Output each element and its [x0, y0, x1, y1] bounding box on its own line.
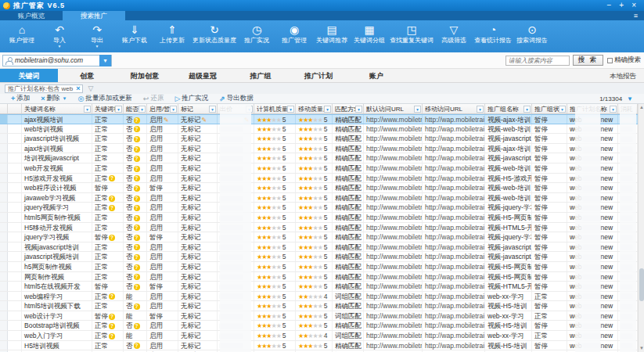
default-url-cell[interactable]: http://www.mobiletrai...	[364, 272, 423, 282]
keyword-name-cell[interactable]: 网页制作视频	[22, 272, 92, 282]
column-filter-dropdown-icon[interactable]: ▼	[209, 106, 216, 113]
exact-search-checkbox[interactable]	[607, 58, 613, 63]
question-icon[interactable]: ?	[134, 175, 140, 181]
table-row[interactable]: 视频javascript培训正常否?启用无标记★★★★★5★★★★★5精确匹配h…	[0, 242, 638, 253]
column-header-9[interactable]: 移动质量度▼	[296, 104, 333, 113]
table-row[interactable]: ajax培训视频正常否?启用无标记★★★★★5★★★★★5精确匹配http://…	[0, 144, 638, 154]
question-icon[interactable]: ?	[134, 323, 140, 329]
mark-cell[interactable]: 无标记	[178, 232, 218, 242]
column-header-12[interactable]: 移动访问URL▼	[423, 104, 485, 113]
table-row[interactable]: javascript视频培训正常否?启用无标记★★★★★5★★★★★5精确匹配h…	[0, 252, 638, 262]
column-filter-dropdown-icon[interactable]: ▼	[287, 106, 294, 113]
default-url-cell[interactable]: http://www.mobiletrai...	[364, 292, 423, 301]
row-select-cell[interactable]	[8, 301, 22, 311]
column-header-2[interactable]: 关键词名称▼	[22, 104, 92, 113]
action-2[interactable]: ◎批量添加或更新	[77, 94, 131, 103]
question-icon[interactable]: ?	[134, 343, 140, 349]
table-row[interactable]: h5网页制作视频正常否?启用无标记★★★★★5★★★★★5精确匹配http://…	[0, 262, 638, 272]
row-select-cell[interactable]	[8, 213, 22, 222]
enable-pause-cell[interactable]: 启用✎	[147, 115, 178, 124]
match-type-cell[interactable]: 精确匹配	[333, 144, 364, 153]
question-icon[interactable]: ?	[109, 333, 115, 339]
enable-pause-cell[interactable]: 启用	[147, 153, 178, 163]
action-4[interactable]: ▷推广实况	[174, 94, 208, 103]
mobile-url-cell[interactable]: http://wap.mobiletrai...	[423, 232, 485, 242]
enable-pause-cell[interactable]: 启用	[147, 341, 178, 350]
row-select-cell[interactable]	[8, 242, 22, 252]
sub-tab-6[interactable]: 账户	[347, 69, 405, 82]
close-button[interactable]: ×	[631, 0, 636, 11]
sub-tab-1[interactable]: 创意	[58, 69, 116, 82]
row-select-cell[interactable]	[8, 341, 22, 350]
column-header-4[interactable]: 能否展现▼	[124, 104, 147, 113]
clear-filter-icon[interactable]: ▽	[88, 84, 93, 92]
default-url-cell[interactable]: http://www.mobiletrai...	[364, 331, 423, 340]
row-select-cell[interactable]	[8, 223, 22, 232]
question-icon[interactable]: ?	[109, 196, 115, 202]
question-icon[interactable]: ?	[134, 166, 140, 172]
mark-cell[interactable]: 无标记	[178, 301, 218, 311]
enable-pause-cell[interactable]: 启用	[147, 134, 178, 143]
default-url-cell[interactable]: http://www.mobiletrai...	[364, 262, 423, 271]
edit-pencil-icon[interactable]: ✎	[164, 117, 169, 124]
column-header-10[interactable]: 匹配方式▼	[333, 104, 364, 113]
question-icon[interactable]: ?	[134, 304, 140, 310]
column-header-3[interactable]: 关键词状态▼	[92, 104, 124, 113]
keyword-name-cell[interactable]: web程序设计视频	[22, 183, 92, 192]
enable-pause-cell[interactable]: 启用	[147, 193, 178, 203]
question-icon[interactable]: ?	[109, 235, 115, 241]
match-type-cell[interactable]: 精确匹配	[333, 115, 364, 124]
mark-cell[interactable]: 无标记	[178, 134, 218, 143]
default-url-cell[interactable]: http://www.mobiletrai...	[364, 153, 423, 163]
menu-icon[interactable]: ≡	[634, 11, 644, 20]
filter-remove-icon[interactable]: ×	[76, 84, 80, 92]
row-select-cell[interactable]	[8, 124, 22, 134]
keyword-name-cell[interactable]: web入门学习	[22, 331, 92, 340]
column-filter-dropdown-icon[interactable]: ▼	[559, 106, 566, 113]
column-header-13[interactable]: 推广组名称▼	[485, 104, 532, 113]
keyword-name-cell[interactable]: jquery学习视频	[22, 232, 92, 242]
mobile-url-cell[interactable]: http://wap.mobiletrai...	[423, 153, 485, 163]
enable-pause-cell[interactable]: 暂停	[147, 311, 178, 321]
default-url-cell[interactable]: http://www.mobiletrai...	[364, 203, 423, 212]
row-select-cell[interactable]	[8, 262, 22, 271]
toolbar-button-recommend[interactable]: ▤关键词推荐	[315, 23, 349, 45]
default-url-cell[interactable]: http://www.mobiletrai...	[364, 232, 423, 242]
mobile-url-cell[interactable]: http://wap.mobiletrai...	[423, 341, 485, 350]
toolbar-button-duplicate[interactable]: ◳查找重复关键词	[390, 23, 434, 45]
keyword-name-cell[interactable]: web编程学习	[22, 292, 92, 301]
question-icon[interactable]: ?	[109, 314, 115, 320]
keyword-name-cell[interactable]: web开发视频	[22, 163, 92, 173]
keyword-name-cell[interactable]: ajax培训视频	[22, 144, 92, 153]
scroll-down-icon[interactable]: ▼	[639, 345, 644, 352]
question-icon[interactable]: ?	[109, 175, 115, 181]
table-row[interactable]: web程序设计视频暂停否?暂停无标记★★★★★5★★★★★5精确匹配http:/…	[0, 183, 638, 193]
row-select-cell[interactable]	[8, 134, 22, 143]
table-row[interactable]: Bootstrap培训视频正常?否?启用无标记★★★★★5★★★★★5精确匹配h…	[0, 321, 638, 331]
match-type-cell[interactable]: 词组匹配	[333, 311, 364, 321]
table-row[interactable]: web培训视频正常否?启用无标记★★★★★5★★★★★5精确匹配http://w…	[0, 124, 638, 135]
toolbar-button-download[interactable]: ⇓账户下载	[117, 23, 152, 45]
enable-pause-cell[interactable]: 暂停	[147, 282, 178, 291]
column-filter-dropdown-icon[interactable]: ▼	[523, 106, 531, 113]
mark-cell[interactable]: 无标记	[178, 213, 218, 222]
row-select-cell[interactable]	[8, 282, 22, 291]
keyword-name-cell[interactable]: H5移动开发视频	[22, 223, 92, 232]
mark-cell[interactable]: 无标记	[178, 252, 218, 261]
mobile-url-cell[interactable]: http://wap.mobiletrai✎	[423, 115, 485, 124]
default-url-cell[interactable]: http://www.mobiletrai...	[364, 242, 423, 252]
toolbar-button-refresh[interactable]: ↻更新状态质量度	[192, 23, 236, 45]
row-select-cell[interactable]	[8, 232, 22, 242]
question-icon[interactable]: ?	[134, 196, 140, 202]
question-icon[interactable]: ?	[134, 284, 140, 290]
column-filter-dropdown-icon[interactable]: ▼	[84, 106, 91, 113]
action-1[interactable]: ×删除▼	[41, 94, 67, 103]
row-select-cell[interactable]	[8, 252, 22, 261]
default-url-cell[interactable]: http://www.mobiletrai...	[364, 163, 423, 173]
mark-cell[interactable]: 无标记	[178, 203, 218, 212]
mark-cell[interactable]: 无标记	[178, 272, 218, 282]
row-select-cell[interactable]	[8, 203, 22, 212]
keyword-name-cell[interactable]: web设计学习	[22, 311, 92, 321]
match-type-cell[interactable]: 精确匹配	[333, 252, 364, 261]
enable-pause-cell[interactable]: 启用	[147, 272, 178, 282]
